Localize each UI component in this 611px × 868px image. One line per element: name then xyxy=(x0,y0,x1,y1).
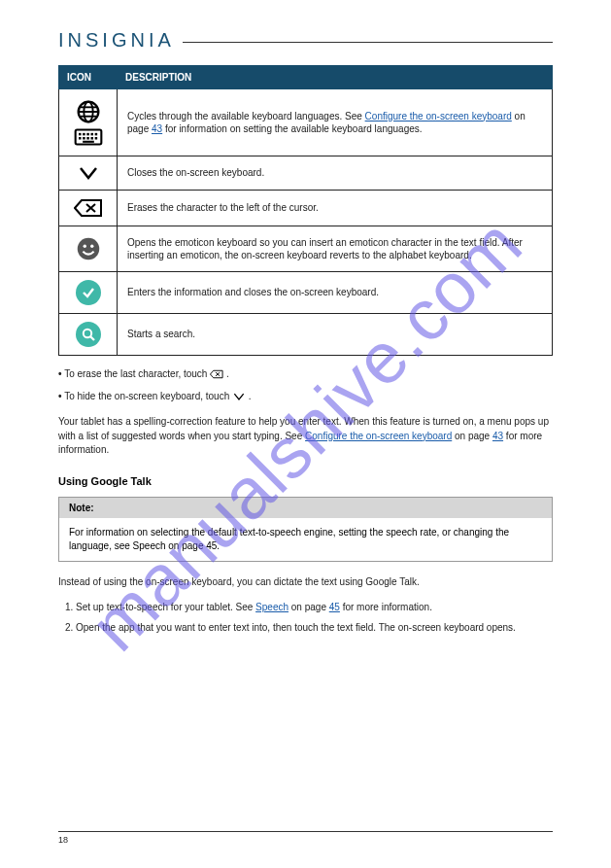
step1-link[interactable]: Speech xyxy=(255,602,289,612)
search-icon xyxy=(76,322,101,347)
usage-spellcheck-link[interactable]: Configure the on-screen keyboard xyxy=(305,431,452,441)
svg-point-19 xyxy=(77,238,99,260)
usage-spellcheck-pg[interactable]: 43 xyxy=(492,431,503,441)
usage-spellcheck: Your tablet has a spelling-correction fe… xyxy=(58,415,553,458)
svg-rect-6 xyxy=(79,133,82,136)
list-item: Set up text-to-speech for your tablet. S… xyxy=(76,601,553,615)
page-footer: 18 xyxy=(58,831,553,845)
table-row: Closes the on-screen keyboard. xyxy=(59,156,553,191)
row-emoji-desc: Opens the emoticon keyboard so you can i… xyxy=(118,226,553,272)
row-lang-pg[interactable]: 43 xyxy=(152,123,162,134)
note-heading: Note: xyxy=(59,498,552,518)
svg-rect-8 xyxy=(86,133,89,136)
emoticon-icon xyxy=(74,243,103,254)
table-row: Cycles through the available keyboard la… xyxy=(59,89,553,156)
svg-point-20 xyxy=(83,245,85,248)
svg-rect-14 xyxy=(90,137,93,140)
svg-rect-13 xyxy=(86,137,89,140)
row-close-desc: Closes the on-screen keyboard. xyxy=(118,156,553,191)
backspace-icon xyxy=(210,368,226,379)
svg-rect-15 xyxy=(94,137,97,140)
chevron-down-icon xyxy=(232,391,249,401)
chevron-down-icon xyxy=(74,167,103,178)
check-icon xyxy=(76,280,101,305)
table-row: Starts a search. xyxy=(59,314,553,356)
talk-intro: Instead of using the on-screen keyboard,… xyxy=(58,575,553,590)
step1-pg[interactable]: 45 xyxy=(329,602,340,612)
row-search-desc: Starts a search. xyxy=(118,314,553,356)
usage-hide: • To hide the on-screen keyboard, touch … xyxy=(58,390,553,404)
list-item: Open the app that you want to enter text… xyxy=(76,621,553,636)
globe-icon xyxy=(74,106,103,117)
svg-point-22 xyxy=(83,330,90,337)
svg-rect-16 xyxy=(83,141,94,143)
icon-description-table: ICON DESCRIPTION Cycles through the avai… xyxy=(58,65,553,356)
row-lang-link[interactable]: Configure the on-screen keyboard xyxy=(365,111,512,122)
row-back-desc: Erases the character to the left of the … xyxy=(118,191,553,226)
svg-rect-11 xyxy=(79,137,82,140)
header: INSIGNIA xyxy=(58,29,553,52)
table-head-icon: ICON xyxy=(59,66,118,89)
svg-line-23 xyxy=(90,336,94,340)
table-row: Opens the emoticon keyboard so you can i… xyxy=(59,226,553,272)
note-box: Note: For information on selecting the d… xyxy=(58,497,553,562)
row-lang-pre: Cycles through the available keyboard la… xyxy=(127,111,365,122)
table-row: Enters the information and closes the on… xyxy=(59,272,553,314)
table-head-desc: DESCRIPTION xyxy=(118,66,553,89)
keyboard-icon xyxy=(74,131,103,142)
note-body: For information on selecting the default… xyxy=(59,518,552,561)
table-row: Erases the character to the left of the … xyxy=(59,191,553,226)
row-enter-desc: Enters the information and closes the on… xyxy=(118,272,553,314)
svg-point-21 xyxy=(90,245,93,248)
usage-erase: • To erase the last character, touch . xyxy=(58,367,553,382)
header-rule xyxy=(183,42,553,43)
svg-rect-12 xyxy=(83,137,85,140)
svg-rect-7 xyxy=(83,133,85,136)
svg-rect-10 xyxy=(94,133,97,136)
talk-steps: Set up text-to-speech for your tablet. S… xyxy=(58,601,553,635)
brand-logo: INSIGNIA xyxy=(58,29,175,52)
section-heading: Using Google Talk xyxy=(58,475,553,487)
backspace-icon xyxy=(74,202,103,213)
svg-rect-9 xyxy=(90,133,93,136)
page-number: 18 xyxy=(58,835,68,845)
